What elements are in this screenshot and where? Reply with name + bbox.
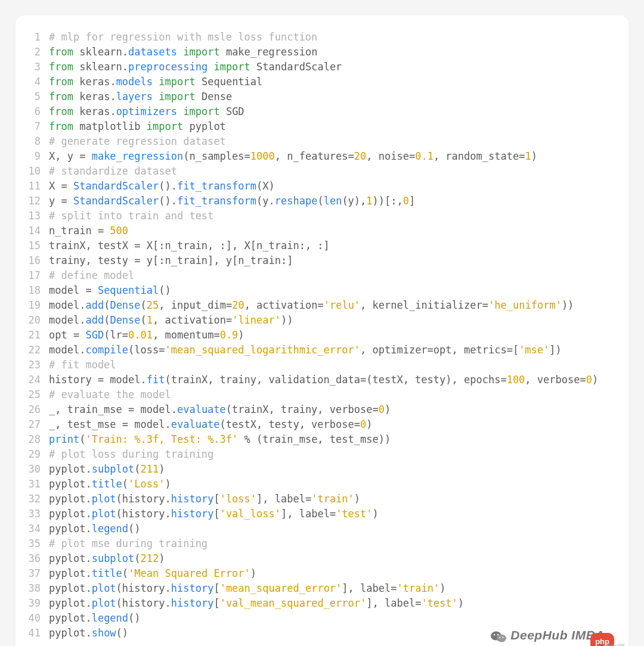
token: (testX, testy, verbose= <box>220 418 360 430</box>
token: 1 <box>525 150 531 162</box>
code-line: 15trainX, testX = X[:n_train, :], X[n_tr… <box>21 238 617 253</box>
token: sklearn <box>73 61 122 73</box>
line-number: 17 <box>21 268 41 283</box>
token: 0.1 <box>415 150 434 162</box>
token: make_regression <box>92 150 184 162</box>
token: )) <box>562 299 574 311</box>
line-number: 30 <box>21 462 41 477</box>
token: ], label= <box>281 508 336 520</box>
line-number: 5 <box>21 89 41 104</box>
token: y = <box>49 195 73 207</box>
token: ( <box>122 567 128 579</box>
token: Dense <box>196 91 232 103</box>
token: make_regression <box>220 46 318 58</box>
line-number: 12 <box>21 194 41 209</box>
line-number: 24 <box>21 372 41 387</box>
token: import <box>159 91 195 103</box>
token: 'val_loss' <box>220 508 281 520</box>
token: from <box>49 91 73 103</box>
token: subplot <box>92 552 135 564</box>
token: Dense <box>110 314 140 326</box>
svg-point-3 <box>497 634 499 636</box>
token: ) <box>238 329 244 341</box>
token: ) <box>458 597 464 609</box>
token: evaluate <box>177 403 226 415</box>
token: plot <box>92 493 116 505</box>
token: ( <box>141 299 147 311</box>
line-number: 33 <box>21 507 41 521</box>
token: ( <box>79 433 85 445</box>
line-number: 10 <box>21 164 41 179</box>
token: ))[:, <box>373 195 403 207</box>
token: 0 <box>586 374 592 386</box>
token: ]) <box>549 344 561 356</box>
code-line: 25# evaluate the model <box>21 387 617 402</box>
token: fit <box>147 374 165 386</box>
token: pyplot. <box>49 523 92 535</box>
code-line: 26_, train_mse = model.evaluate(trainX, … <box>21 402 617 417</box>
token: ) <box>159 552 165 564</box>
token: 'mean_squared_logarithmic_error' <box>165 344 361 356</box>
token: # generate regression dataset <box>49 135 226 147</box>
line-number: 16 <box>21 253 41 268</box>
token: title <box>92 478 122 490</box>
code-line: 2from sklearn.datasets import make_regre… <box>21 45 617 60</box>
token: trainX, testX = X[:n_train, :], X[n_trai… <box>49 240 330 251</box>
token: , noise= <box>366 150 415 162</box>
code-line: 18model = Sequential() <box>21 283 617 298</box>
token: 'Loss' <box>128 478 165 490</box>
token: [ <box>213 493 219 505</box>
code-line: 6from keras.optimizers import SGD <box>21 104 617 119</box>
token: , activation= <box>244 299 324 311</box>
code-line: 38pyplot.plot(history.history['mean_squa… <box>21 581 617 596</box>
token: 'mse' <box>519 344 549 356</box>
token: sklearn <box>73 46 122 58</box>
token: 'train' <box>311 493 354 505</box>
token: ( <box>134 463 140 475</box>
token <box>177 105 183 117</box>
token: import <box>183 46 219 58</box>
token: # evaluate the model <box>49 389 171 400</box>
token: X = <box>49 180 73 192</box>
token: pyplot. <box>49 478 92 490</box>
token: ) <box>159 463 165 475</box>
token: [ <box>213 508 219 520</box>
token: 211 <box>141 463 159 475</box>
svg-point-1 <box>497 635 506 642</box>
token: len <box>324 195 342 207</box>
token: plot <box>92 582 116 594</box>
token: (trainX, trainy, validation_data=(testX,… <box>165 374 506 386</box>
code-line: 5from keras.layers import Dense <box>21 89 617 104</box>
code-line: 39pyplot.plot(history.history['val_mean_… <box>21 596 617 611</box>
line-number: 28 <box>21 432 41 447</box>
token: from <box>49 120 73 132</box>
code-line: 28print('Train: %.3f, Test: %.3f' % (tra… <box>21 432 617 447</box>
token <box>153 91 159 103</box>
token: (lr= <box>104 329 128 341</box>
token: optimizers <box>116 105 177 117</box>
line-number: 35 <box>21 536 41 551</box>
token: subplot <box>92 463 135 475</box>
token: from <box>49 76 73 88</box>
code-line: 8# generate regression dataset <box>21 134 617 149</box>
token: X, y = <box>49 150 92 162</box>
token: (history. <box>116 597 171 609</box>
token: pyplot. <box>49 627 92 639</box>
token: (X) <box>256 180 275 192</box>
token: 'train' <box>397 582 439 594</box>
token: pyplot. <box>49 582 92 594</box>
token: Sequential <box>98 284 159 296</box>
token: SGD <box>220 105 244 117</box>
svg-point-2 <box>494 634 496 636</box>
line-number: 37 <box>21 566 41 581</box>
line-number: 2 <box>21 45 41 60</box>
token: ], label= <box>366 597 421 609</box>
token: , random_state= <box>434 150 525 162</box>
token: SGD <box>85 329 104 341</box>
token: # mlp for regression with msle loss func… <box>49 31 317 43</box>
token: ( <box>134 552 140 564</box>
code-line: 34pyplot.legend() <box>21 521 617 536</box>
code-line: 27_, test_mse = model.evaluate(testX, te… <box>21 417 617 432</box>
token: . <box>110 76 116 88</box>
token: keras <box>73 91 110 103</box>
